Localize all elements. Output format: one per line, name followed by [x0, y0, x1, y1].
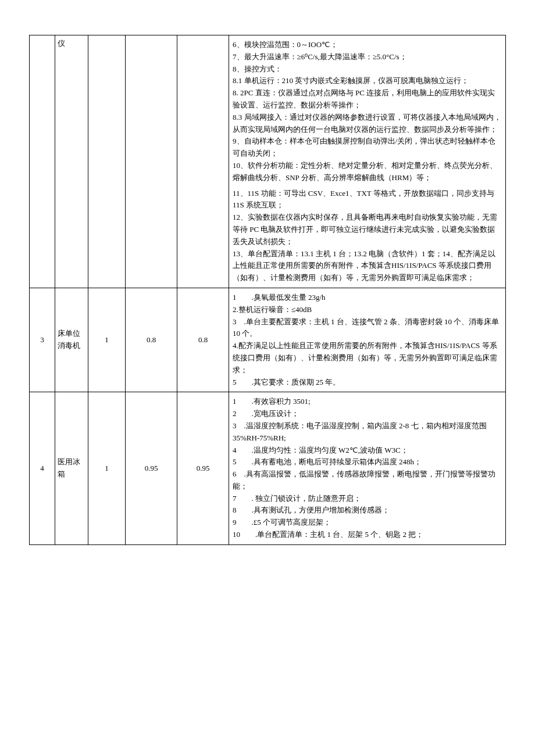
cell-spec: 1 .臭氧最低发生量 23g/h 2.整机运行噪音：≤40dB 3 .单台主要配… [229, 288, 506, 392]
spec-line: 10、软件分析功能：定性分析、绝对定量分析、相对定量分析、终点荧光分析、熔解曲线… [233, 160, 502, 184]
cell-price1 [126, 35, 177, 288]
spec-line: 5 .其它要求：质保期 25 年。 [233, 377, 502, 389]
cell-price1: 0.8 [126, 288, 177, 392]
spec-line: 1 .臭氧最低发生量 23g/h [233, 292, 502, 304]
cell-index: 4 [30, 392, 55, 545]
spec-line: 2.整机运行噪音：≤40dB [233, 304, 502, 316]
spec-line: 12、实验数据在仪器内实时保存，且具备断电再来电时自动恢复实验功能，无需等待 P… [233, 212, 502, 248]
spec-line: 7 . 独立门锁设计，防止随意开启； [233, 493, 502, 505]
cell-price1: 0.95 [126, 392, 177, 545]
cell-spec: 1 .有效容积力 3501; 2 .宽电压设计； 3 .温湿度控制系统：电子温湿… [229, 392, 506, 545]
spec-line: 1 .有效容积力 3501; [233, 396, 502, 408]
spec-line: 8、操控方式： [233, 63, 502, 76]
spec-line: 10 .单台配置清单：主机 1 台、层架 5 个、钥匙 2 把； [233, 529, 502, 541]
cell-name: 仪 [55, 35, 88, 288]
table-row: 4 医用冰箱 1 0.95 0.95 1 .有效容积力 3501; 2 .宽电压… [30, 392, 506, 545]
spec-line: 4.配齐满足以上性能且正常使用所需要的所有附件，本预算含HIS/1IS/PACS… [233, 340, 502, 376]
cell-qty: 1 [88, 288, 126, 392]
spec-line: 9 .£5 个可调节高度层架； [233, 517, 502, 529]
spec-line: 5 .具有蓄电池，断电后可持续显示箱体内温度 248h； [233, 456, 502, 468]
spec-line: 11、11S 功能：可导出 CSV、Exce1、TXT 等格式，开放数据端口，同… [233, 188, 502, 212]
spec-table: 仪 6、模块控温范围：0～IOO℃； 7、最大升温速率：≥6⁰C/s,最大降温速… [29, 35, 506, 545]
spec-line: 13、单台配置清单：13.1 主机 1 台；13.2 电脑（含软件）1 套；14… [233, 248, 502, 284]
spec-line: 3 .单台主要配置要求：主机 1 台、连接气管 2 条、消毒密封袋 10 个、消… [233, 316, 502, 341]
spec-line: 7、最大升温速率：≥6⁰C/s,最大降温速率：≥5.0°C/s； [233, 51, 502, 63]
cell-price2 [177, 35, 229, 288]
cell-qty [88, 35, 126, 288]
cell-price2: 0.8 [177, 288, 229, 392]
cell-index [30, 35, 55, 288]
spec-line: 8.1 单机运行：210 英寸内嵌式全彩触摸屏，仪器可脱离电脑独立运行； [233, 75, 502, 87]
spec-line: 8.3 局域网接入：通过对仪器的网络参数进行设置，可将仪器接入本地局域网内，从而… [233, 112, 502, 136]
cell-name: 床单位消毒机 [55, 288, 88, 392]
cell-index: 3 [30, 288, 55, 392]
spec-line: 3 .温湿度控制系统：电子温湿度控制，箱内温度 2-8 七，箱内相对湿度范围 3… [233, 420, 502, 445]
spec-line: 8 .具有测试孔，方便用户增加检测传感器； [233, 504, 502, 517]
cell-price2: 0.95 [177, 392, 229, 545]
spec-line: 4 .温度均匀性：温度均匀度 W2℃,波动值 W3C； [233, 445, 502, 457]
spec-line: 6、模块控温范围：0～IOO℃； [233, 39, 502, 51]
spec-line: 8. 2PC 直连：仪器通过点对点网络与 PC 连接后，利用电脑上的应用软件实现… [233, 87, 502, 112]
cell-qty: 1 [88, 392, 126, 545]
table-row: 仪 6、模块控温范围：0～IOO℃； 7、最大升温速率：≥6⁰C/s,最大降温速… [30, 35, 506, 288]
spec-line: 2 .宽电压设计； [233, 408, 502, 420]
cell-spec: 6、模块控温范围：0～IOO℃； 7、最大升温速率：≥6⁰C/s,最大降温速率：… [229, 35, 506, 288]
spec-line: 9、自动样本仓：样本仓可由触摸屏控制自动弹出/关闭，弹出状态时轻触样本仓可自动关… [233, 135, 502, 160]
cell-name: 医用冰箱 [55, 392, 88, 545]
table-row: 3 床单位消毒机 1 0.8 0.8 1 .臭氧最低发生量 23g/h 2.整机… [30, 288, 506, 392]
spec-line: 6 .具有高温报警，低温报警，传感器故障报警，断电报警，开门报警等报警功能； [233, 468, 502, 493]
